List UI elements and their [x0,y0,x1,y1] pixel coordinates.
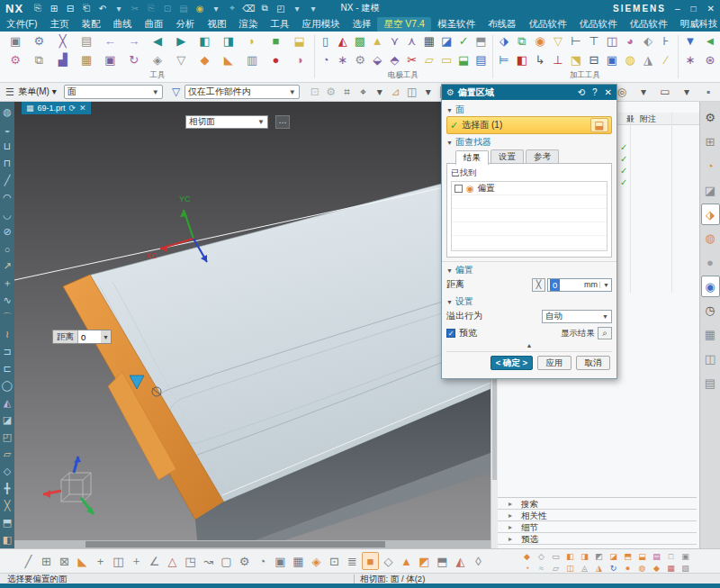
bottom-toolbar-icon[interactable]: ◣ [74,552,91,570]
bottom-toolbar-icon[interactable]: ◭ [452,552,469,570]
checkbox[interactable] [454,185,463,193]
navigator-section-header[interactable]: 相关性 [498,510,697,521]
quick-access-icon[interactable]: ▾ [209,2,223,14]
section-settings[interactable]: ▼设置 [446,295,612,307]
bottom-toolbar-icon[interactable]: ◔ [254,552,271,570]
quick-access-icon[interactable]: ↶ [95,2,110,14]
ribbon-tool-icon[interactable]: ◈ [148,51,166,68]
ribbon-tab[interactable]: 应用模块 [295,17,346,32]
ribbon-tab[interactable]: 优品软件 [623,17,673,32]
ribbon-tab[interactable]: 视图 [201,17,232,32]
bottom-toolbar-icon[interactable]: ⊞ [38,552,55,570]
bottom-toolbar-icon[interactable]: ⊠ [56,552,73,570]
resource-bar-icon[interactable]: ● [701,250,720,275]
face-icon[interactable]: ⬓ [590,118,608,132]
ribbon-tool-icon[interactable]: ⬗ [495,32,513,50]
ribbon-tool-icon[interactable]: ⚙ [351,51,368,68]
ribbon-tool-icon[interactable]: ▲ [369,32,386,50]
dialog-collapse-arrow[interactable]: ▲ [446,341,612,349]
ribbon-tool-icon[interactable]: ▩ [351,32,368,50]
cluster-icon[interactable]: ◧ [563,550,577,562]
selection-bar-icon[interactable]: ▾ [420,85,436,99]
ribbon-tab[interactable]: 分析 [169,17,201,32]
left-toolbar-icon[interactable]: ╳ [0,497,14,514]
left-toolbar-icon[interactable]: ◡ [0,206,14,223]
quick-access-icon[interactable]: ⎗ [79,2,94,14]
ribbon-tool-icon[interactable]: ◮ [639,51,657,68]
ribbon-tool-icon[interactable]: ◉ [531,32,549,50]
bottom-toolbar-icon[interactable]: ■ [362,552,379,570]
quick-access-icon[interactable]: ◉ [193,2,207,14]
quick-access-icon[interactable]: ⌫ [241,2,256,14]
ribbon-tool-icon[interactable]: ◧ [196,32,214,50]
cluster-icon[interactable]: ◪ [607,550,620,562]
feature-suppressed-check-icon[interactable]: ✓ [620,176,627,188]
left-toolbar-icon[interactable]: ○ [0,240,14,258]
bottom-toolbar-icon[interactable]: ◈ [308,552,325,570]
ribbon-tool-icon[interactable]: ▱ [420,51,437,68]
viewport-hscrollbar[interactable] [14,540,490,548]
feature-suppressed-check-icon[interactable]: ✓ [620,153,627,165]
quick-access-icon[interactable]: ▾ [112,2,126,14]
quick-access-icon[interactable]: ▾ [290,2,304,14]
bottom-toolbar-icon[interactable]: ▲ [398,552,415,570]
section-offset[interactable]: ▼偏置 [446,264,612,276]
window-control-button[interactable]: ‒ [675,4,680,14]
ribbon-tool-icon[interactable]: ◣ [220,51,238,68]
ribbon-tool-icon[interactable]: ⊛ [701,51,719,68]
part-tab[interactable]: ▦ 69-1.prt ⟳ ✕ [22,102,91,114]
show-result-button[interactable]: ⌕ [598,327,612,339]
selection-bar-right-icon[interactable]: ▾ [635,85,652,99]
ribbon-tool-icon[interactable]: ⧉ [30,51,48,68]
ribbon-tool-icon[interactable]: ◗ [243,32,261,50]
scrollbar-thumb[interactable] [492,372,497,480]
ribbon-tool-icon[interactable]: ◆ [196,51,214,68]
left-toolbar-icon[interactable]: ◪ [0,412,14,429]
distance-input[interactable]: 0 mm ▼ [547,278,612,292]
cluster-icon[interactable]: ▣ [679,550,692,562]
navigator-section-header[interactable]: 预选 [498,533,697,545]
bottom-toolbar-icon[interactable]: ⚙ [236,552,253,570]
cluster-icon[interactable]: ◇ [535,550,548,562]
selection-bar-right-icon[interactable]: ▭ [657,85,673,99]
ribbon-tool-icon[interactable]: ▟ [54,51,72,68]
resource-bar-icon[interactable]: ⚙ [701,105,720,130]
selection-bar-icon[interactable]: ⌖ [356,85,372,99]
ribbon-tool-icon[interactable]: ⊟ [585,51,603,68]
resource-bar-icon[interactable]: ◫ [701,347,720,371]
ribbon-tool-icon[interactable]: ◫ [603,32,621,50]
cluster-icon[interactable]: ▤ [650,550,663,562]
dialog-titlebar-button[interactable]: ✕ [605,87,612,97]
close-icon[interactable]: ✕ [79,104,86,113]
selection-type-combo[interactable]: 面 ▼ [64,85,163,99]
cluster-icon[interactable]: ▭ [549,550,562,562]
ribbon-tool-icon[interactable]: ⬖ [639,32,657,50]
left-toolbar-icon[interactable]: ⬒ [0,514,14,531]
ribbon-tool-icon[interactable]: ⊦ [657,32,675,50]
resource-bar-icon[interactable]: ⬗ [701,204,720,225]
found-list-item[interactable]: ◉ 偏置 [452,182,607,195]
ribbon-tool-icon[interactable]: ⚙ [6,51,24,68]
resource-bar-icon[interactable]: ▤ [701,371,720,395]
ribbon-tool-icon[interactable]: ▼ [681,32,699,50]
found-list[interactable]: ◉ 偏置 [451,181,608,251]
ribbon-tool-icon[interactable]: ⬓ [291,32,309,50]
left-toolbar-icon[interactable]: ⊘ [0,223,14,240]
quick-access-icon[interactable]: ⧉ [257,2,272,14]
dialog-titlebar-button[interactable]: ⟲ [578,87,585,97]
face-finder-tab[interactable]: 参考 [526,149,559,163]
selection-bar-icon[interactable]: ◫ [404,85,420,99]
ribbon-tool-icon[interactable]: ▦ [420,32,437,50]
ribbon-tool-icon[interactable]: ▯ [317,32,334,50]
bottom-toolbar-icon[interactable]: ╱ [20,552,37,570]
face-finder-tab[interactable]: 设置 [490,149,524,163]
ribbon-tool-icon[interactable]: ∗ [334,51,351,68]
ribbon-tool-icon[interactable]: ⧉ [513,32,531,50]
ok-button[interactable]: < 确定 > [490,356,533,370]
ribbon-tool-icon[interactable]: ∗ [681,51,699,68]
distance-value[interactable]: 0 [550,279,560,291]
feature-suppressed-check-icon[interactable]: ✓ [620,165,627,176]
bottom-toolbar-icon[interactable]: ⬒ [434,552,451,570]
left-toolbar-icon[interactable]: ◧ [0,531,14,548]
bottom-toolbar-icon[interactable]: ◊ [470,552,487,570]
